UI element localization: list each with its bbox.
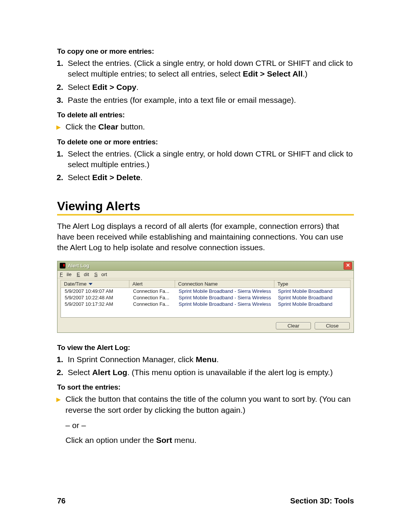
delete-some-step-1: Select the entries. (Click a single entr…	[65, 149, 354, 170]
cell-conn: Sprint Mobile Broadband - Sierra Wireles…	[175, 294, 274, 301]
app-icon	[60, 263, 65, 268]
menubar: File Edit Sort	[57, 271, 354, 278]
cell-conn: Sprint Mobile Broadband - Sierra Wireles…	[175, 301, 274, 307]
copy-step-3: Paste the entries (for example, into a t…	[65, 95, 354, 105]
table-row[interactable]: 5/9/2007 10:17:32 AM Connection Fa... Sp…	[61, 301, 350, 307]
bold: Alert Log	[92, 368, 127, 377]
copy-step-2: Select Edit > Copy.	[65, 82, 354, 93]
titlebar: Alert Log ✕	[57, 261, 354, 271]
cell-type: Sprint Mobile Broadband	[274, 301, 350, 307]
view-log-step-1: In Sprint Connection Manager, click Menu…	[65, 354, 354, 365]
table-row[interactable]: 5/9/2007 10:22:48 AM Connection Fa... Sp…	[61, 294, 350, 301]
bold: Edit > Delete	[92, 173, 140, 182]
section-label: Section 3D: Tools	[290, 497, 354, 505]
cell-date: 5/9/2007 10:49:07 AM	[61, 288, 129, 294]
window-title: Alert Log	[68, 263, 89, 268]
cell-type: Sprint Mobile Broadband	[274, 294, 350, 301]
heading-sort: To sort the entries:	[57, 383, 354, 391]
heading-delete-all: To delete all entries:	[57, 111, 354, 119]
menu-edit[interactable]: Edit	[77, 272, 89, 277]
heading-rule	[57, 214, 354, 216]
page-number: 76	[57, 497, 65, 505]
section-heading-viewing-alerts: Viewing Alerts	[57, 199, 354, 213]
alert-table: Date/Time Alert Connection Name Type 5/9…	[61, 280, 350, 318]
table-header-row: Date/Time Alert Connection Name Type	[61, 280, 350, 288]
alert-log-window: Alert Log ✕ File Edit Sort Date/Time Ale…	[57, 261, 354, 333]
text: .	[136, 83, 139, 91]
col-type[interactable]: Type	[274, 280, 350, 288]
sort-indicator-icon	[89, 283, 92, 285]
text: . (This menu option is unavailable if th…	[127, 368, 333, 377]
text: Select	[68, 83, 92, 91]
menu-file[interactable]: File	[60, 272, 72, 277]
close-button[interactable]: ✕	[344, 262, 352, 270]
text: Select	[68, 173, 92, 182]
delete-some-step-2: Select Edit > Delete.	[65, 172, 354, 183]
cell-date: 5/9/2007 10:22:48 AM	[61, 294, 129, 301]
close-window-button[interactable]: Close	[315, 322, 350, 329]
col-alert[interactable]: Alert	[129, 280, 175, 288]
view-log-steps: In Sprint Connection Manager, click Menu…	[57, 354, 354, 378]
cell-conn: Sprint Mobile Broadband - Sierra Wireles…	[175, 288, 274, 294]
text: Click the button that contains the title…	[65, 395, 350, 414]
cell-alert: Connection Fa...	[129, 301, 175, 307]
copy-steps: Select the entries. (Click a single entr…	[57, 58, 354, 105]
text: menu.	[172, 436, 196, 444]
text: Click the	[65, 122, 98, 131]
bold: Edit > Copy	[92, 83, 136, 91]
text: .	[140, 173, 143, 182]
heading-view-log: To view the Alert Log:	[57, 343, 354, 352]
sort-or: – or –	[57, 420, 354, 431]
text: .)	[303, 69, 307, 78]
menu-sort[interactable]: Sort	[94, 272, 107, 277]
text: .	[217, 355, 219, 364]
col-date-time[interactable]: Date/Time	[61, 280, 129, 288]
delete-all-line: ▶ Click the Clear button.	[57, 121, 354, 132]
text: In Sprint Connection Manager, click	[68, 355, 196, 364]
cell-alert: Connection Fa...	[129, 294, 175, 301]
triangle-bullet-icon: ▶	[56, 396, 61, 403]
text: Click an option under the	[65, 436, 156, 444]
copy-step-1: Select the entries. (Click a single entr…	[65, 58, 354, 80]
heading-copy: To copy one or more entries:	[57, 47, 354, 56]
page-footer: 76 Section 3D: Tools	[57, 497, 354, 505]
heading-delete-some: To delete one or more entries:	[57, 138, 354, 146]
text: button.	[118, 122, 145, 131]
delete-some-steps: Select the entries. (Click a single entr…	[57, 149, 354, 183]
bold: Menu	[196, 355, 217, 364]
sort-line1: ▶ Click the button that contains the tit…	[57, 394, 354, 415]
col-connection-name[interactable]: Connection Name	[175, 280, 274, 288]
bold: Sort	[156, 436, 172, 444]
sort-line2: Click an option under the Sort menu.	[57, 435, 354, 446]
clear-button[interactable]: Clear	[276, 322, 311, 329]
bold: Clear	[98, 122, 118, 131]
text: Select the entries. (Click a single entr…	[68, 59, 353, 78]
text: Select	[68, 368, 92, 377]
cell-type: Sprint Mobile Broadband	[274, 288, 350, 294]
view-log-step-2: Select Alert Log. (This menu option is u…	[65, 367, 354, 378]
cell-alert: Connection Fa...	[129, 288, 175, 294]
table-row[interactable]: 5/9/2007 10:49:07 AM Connection Fa... Sp…	[61, 288, 350, 294]
cell-date: 5/9/2007 10:17:32 AM	[61, 301, 129, 307]
button-row: Clear Close	[57, 320, 354, 332]
section-intro: The Alert Log displays a record of all a…	[57, 221, 354, 253]
bold: Edit > Select All	[243, 69, 303, 78]
triangle-bullet-icon: ▶	[56, 123, 61, 131]
